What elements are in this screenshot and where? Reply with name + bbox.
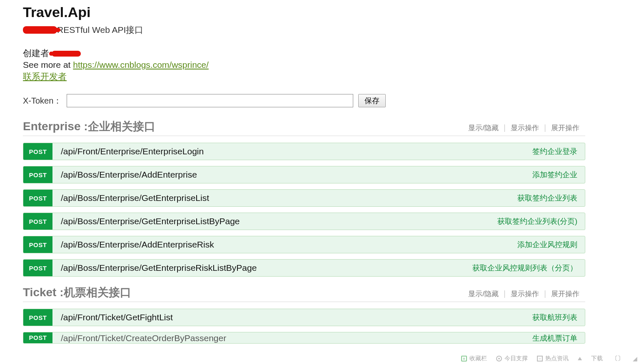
contact-line: 联系开发者 bbox=[23, 71, 592, 82]
operation-row[interactable]: POST /api/Boss/Enterprise/GetEnterpriseL… bbox=[23, 213, 585, 230]
operation-desc: 获取企业风控规则列表（分页） bbox=[472, 260, 585, 276]
creator-line: 创建者 bbox=[23, 47, 592, 59]
operation-desc: 获取签约企业列表 bbox=[517, 190, 585, 206]
operation-path: /api/Boss/Enterprise/GetEnterpriseRiskLi… bbox=[52, 260, 472, 276]
operation-desc: 添加企业风控规则 bbox=[517, 236, 585, 253]
creator-label: 创建者 bbox=[23, 48, 49, 58]
http-method-badge: POST bbox=[23, 236, 52, 253]
section-desc: 机票相关接口 bbox=[64, 285, 131, 300]
operation-desc: 获取签约企业列表(分页) bbox=[497, 213, 585, 230]
operation-row[interactable]: POST /api/Boss/Enterprise/AddEnterpriseR… bbox=[23, 236, 585, 253]
section-actions: 显示/隐藏 显示操作 展开操作 bbox=[462, 123, 585, 133]
save-button[interactable]: 保存 bbox=[358, 94, 386, 107]
redaction-mark bbox=[52, 51, 81, 57]
see-more-prefix: See more at bbox=[23, 60, 73, 69]
http-method-badge: POST bbox=[23, 143, 52, 160]
page-root: Travel.Api RESTful Web API接口 创建者 See mor… bbox=[0, 0, 592, 344]
operation-path: /api/Boss/Enterprise/GetEnterpriseList bbox=[52, 190, 517, 206]
operation-desc: 生成机票订单 bbox=[532, 332, 585, 343]
http-method-badge: POST bbox=[23, 190, 52, 206]
operation-row[interactable]: POST /api/Boss/Enterprise/AddEnterprise … bbox=[23, 166, 585, 183]
http-method-badge: POST bbox=[23, 213, 52, 230]
page-title: Travel.Api bbox=[23, 4, 592, 20]
http-method-badge: POST bbox=[23, 260, 52, 276]
action-expand-ops[interactable]: 展开操作 bbox=[545, 123, 585, 133]
see-more-link[interactable]: https://www.cnblogs.com/wsprince/ bbox=[73, 60, 209, 69]
operation-desc: 签约企业登录 bbox=[532, 143, 585, 160]
operation-path: /api/Boss/Enterprise/AddEnterprise bbox=[52, 166, 532, 183]
section-desc: 企业相关接口 bbox=[88, 119, 155, 134]
operation-desc: 添加签约企业 bbox=[532, 166, 585, 183]
operation-path: /api/Front/Ticket/CreateOrderByPassenger bbox=[52, 332, 532, 343]
contact-developer-link[interactable]: 联系开发者 bbox=[23, 72, 67, 81]
subtitle-text: RESTful Web API接口 bbox=[57, 25, 143, 35]
operation-path: /api/Front/Enterprise/EnterpriseLogin bbox=[52, 143, 532, 160]
http-method-badge: POST bbox=[23, 309, 52, 326]
operation-row[interactable]: POST /api/Front/Ticket/GetFightList 获取航班… bbox=[23, 309, 585, 326]
see-more-line: See more at https://www.cnblogs.com/wspr… bbox=[23, 60, 592, 70]
action-toggle[interactable]: 显示/隐藏 bbox=[462, 123, 504, 133]
redaction-mark bbox=[23, 26, 57, 34]
operation-path: /api/Front/Ticket/GetFightList bbox=[52, 309, 532, 326]
action-toggle[interactable]: 显示/隐藏 bbox=[462, 289, 504, 299]
http-method-badge: POST bbox=[23, 166, 52, 183]
x-token-input[interactable] bbox=[67, 94, 353, 107]
action-show-ops[interactable]: 显示操作 bbox=[505, 289, 545, 299]
operation-desc: 获取航班列表 bbox=[532, 309, 585, 326]
section-header-enterprise[interactable]: Enterprise : 企业相关接口 显示/隐藏 显示操作 展开操作 bbox=[23, 119, 585, 136]
section-name: Enterprise : bbox=[23, 120, 88, 133]
api-subtitle: RESTful Web API接口 bbox=[23, 24, 592, 36]
operation-row[interactable]: POST /api/Front/Enterprise/EnterpriseLog… bbox=[23, 143, 585, 160]
operation-path: /api/Boss/Enterprise/GetEnterpriseListBy… bbox=[52, 213, 497, 230]
action-show-ops[interactable]: 显示操作 bbox=[505, 123, 545, 133]
token-row: X-Token： 保存 bbox=[23, 94, 592, 107]
operation-row[interactable]: POST /api/Boss/Enterprise/GetEnterpriseR… bbox=[23, 259, 585, 277]
operation-row[interactable]: POST /api/Front/Ticket/CreateOrderByPass… bbox=[23, 332, 585, 344]
action-expand-ops[interactable]: 展开操作 bbox=[545, 289, 585, 299]
operation-row[interactable]: POST /api/Boss/Enterprise/GetEnterpriseL… bbox=[23, 189, 585, 207]
section-header-ticket[interactable]: Ticket : 机票相关接口 显示/隐藏 显示操作 展开操作 bbox=[23, 285, 585, 302]
operation-path: /api/Boss/Enterprise/AddEnterpriseRisk bbox=[52, 236, 517, 253]
token-label: X-Token： bbox=[23, 95, 62, 106]
http-method-badge: POST bbox=[23, 332, 52, 343]
section-actions: 显示/隐藏 显示操作 展开操作 bbox=[462, 289, 585, 299]
section-name: Ticket : bbox=[23, 286, 64, 299]
